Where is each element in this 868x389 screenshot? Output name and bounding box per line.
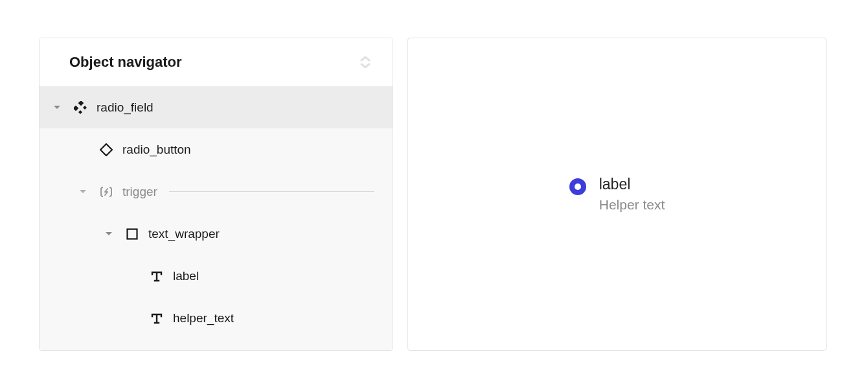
navigator-title: Object navigator [69, 54, 182, 71]
tree-item-label: radio_button [122, 143, 191, 157]
tree-item-helper-text-node[interactable]: helper_text [40, 297, 393, 339]
navigator-tree: radio_field radio_button [40, 86, 393, 350]
radio-helper-text: Helper text [599, 197, 665, 213]
tree-item-label: text_wrapper [148, 227, 220, 241]
preview-panel: label Helper text [407, 38, 827, 351]
svg-marker-7 [78, 110, 82, 114]
text-wrapper: label Helper text [599, 176, 665, 213]
chevron-down-icon[interactable] [52, 103, 62, 112]
diamond-icon [99, 143, 113, 157]
tree-item-label: radio_field [97, 100, 154, 115]
navigator-header: Object navigator [40, 38, 393, 86]
tree-item-radio-button[interactable]: radio_button [40, 128, 393, 171]
tree-item-text-wrapper[interactable]: text_wrapper [40, 213, 393, 255]
radio-button[interactable] [569, 178, 586, 195]
text-icon [150, 311, 164, 325]
tree-item-label-node[interactable]: label [40, 255, 393, 297]
component-icon [73, 100, 87, 115]
svg-rect-9 [128, 229, 137, 239]
divider [169, 191, 374, 192]
radio-dot-icon [575, 183, 581, 190]
object-navigator-panel: Object navigator [39, 38, 393, 351]
tree-item-label: label [173, 269, 199, 283]
chevron-down-icon[interactable] [104, 230, 113, 239]
chevron-down-icon[interactable] [78, 187, 87, 196]
svg-marker-8 [100, 144, 112, 156]
tree-item-radio-field[interactable]: radio_field [40, 86, 393, 128]
collapse-icon [360, 56, 371, 68]
tree-item-trigger[interactable]: trigger [40, 171, 393, 213]
text-icon [150, 269, 164, 283]
tree-item-label: helper_text [173, 311, 234, 325]
radio-field-preview: label Helper text [569, 176, 665, 213]
collapse-panel-button[interactable] [359, 56, 372, 69]
frame-icon [125, 227, 139, 241]
trigger-icon [99, 185, 113, 199]
tree-item-label: trigger [122, 185, 157, 199]
radio-label: label [599, 176, 665, 193]
